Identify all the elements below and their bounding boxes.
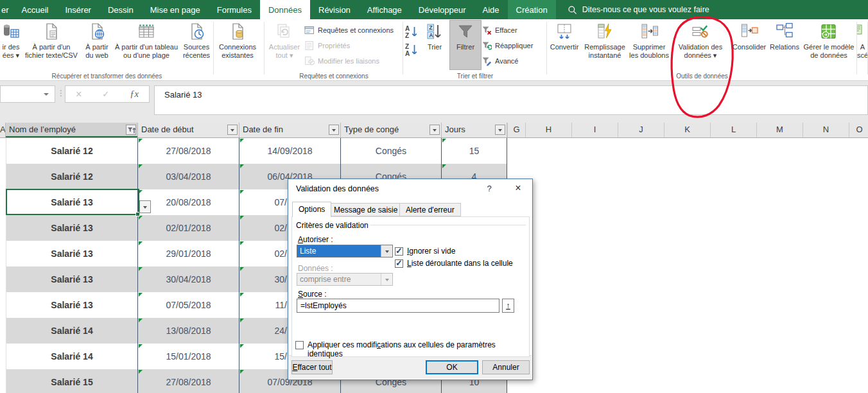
ribbon-button-what-if[interactable]: A scé [857, 20, 868, 70]
ribbon-button-edit-links[interactable]: Modifier les liaisons [304, 53, 399, 69]
cell-name[interactable]: Salarié 12 [6, 164, 138, 189]
ribbon-button-from-web[interactable]: À partir du web [81, 20, 113, 70]
insert-function-icon[interactable]: ƒx [130, 89, 139, 100]
ribbon-button-existing-connections[interactable]: Connexions existantes [214, 20, 261, 70]
cell-start[interactable]: 02/01/2018 [138, 215, 239, 241]
cell-name[interactable]: Salarié 15 [6, 369, 138, 393]
cell-name[interactable]: Salarié 13 [6, 266, 138, 292]
column-header-j[interactable]: J [618, 123, 664, 137]
cell-start[interactable]: 13/08/2018 [138, 318, 239, 344]
tab-alerte-derreur[interactable]: Alerte d'erreur [399, 203, 461, 216]
ribbon-button-relationships[interactable]: Relations [768, 20, 801, 70]
column-header-n[interactable]: N [803, 123, 849, 137]
cell-name[interactable]: Salarié 13 [6, 292, 138, 318]
ribbon-tab-er[interactable]: er [0, 0, 13, 19]
tab-message-de-saisie[interactable]: Message de saisie [327, 203, 404, 216]
ribbon-button-clear-filter[interactable]: Effacer [482, 22, 544, 38]
cell-start[interactable]: 20/08/2018 [138, 189, 239, 215]
allow-select[interactable]: Liste [297, 245, 393, 258]
ribbon-button-sort-dialog[interactable]: ZATrier [420, 20, 449, 70]
source-input[interactable]: =lstEmployés [297, 299, 499, 313]
name-box[interactable] [0, 85, 55, 103]
cell-validation-dropdown-button[interactable] [139, 200, 151, 213]
ribbon-button-data-validation[interactable]: Validation des données ▾ [670, 20, 731, 70]
column-header-g[interactable]: G [507, 123, 525, 137]
filter-dropdown-button[interactable] [227, 125, 238, 135]
cancel-icon[interactable]: × [76, 89, 82, 100]
table-header-nom-de-l-employ[interactable]: Nom de l’employé [6, 123, 138, 137]
cell-start[interactable]: 07/05/2018 [138, 292, 239, 318]
ribbon-button-consolidate[interactable]: Consolider [731, 20, 768, 70]
table-header-type-de-cong[interactable]: Type de congé [341, 123, 442, 137]
ribbon-button-remove-duplicates[interactable]: Supprimer les doublons [628, 20, 670, 70]
cell-start[interactable]: 03/04/2018 [138, 164, 239, 189]
ignore-blank-checkbox[interactable]: Ignorer si vide [395, 247, 455, 256]
collapse-dialog-button[interactable]: ↑ [502, 299, 514, 313]
checkbox-checked-icon[interactable] [395, 259, 403, 268]
cell-days[interactable]: 15 [442, 138, 507, 164]
cell-start[interactable]: 30/04/2018 [138, 266, 239, 292]
ribbon-button-get-data[interactable]: ir des ées ▾ [0, 20, 22, 70]
ribbon-tab-affichage[interactable]: Affichage [359, 0, 410, 19]
tell-me-search[interactable]: Dites-nous ce que vous voulez faire [568, 0, 709, 19]
clear-all-button[interactable]: Effacer tout [291, 360, 333, 374]
cell-start[interactable]: 29/01/2018 [138, 241, 239, 266]
cancel-button[interactable]: Annuler [482, 360, 530, 374]
ribbon-button-refresh-all[interactable]: Actualiser tout ▾ [265, 20, 304, 70]
cell-name[interactable]: Salarié 14 [6, 318, 138, 344]
column-header-k[interactable]: K [664, 123, 710, 137]
column-header-a[interactable]: A [0, 123, 6, 137]
allow-select-arrow[interactable] [381, 245, 392, 257]
ok-button[interactable]: OK [426, 360, 478, 374]
ribbon-button-from-table-range[interactable]: À partir d'un tableau ou d'une plage [113, 20, 180, 70]
ribbon-button-text-to-columns[interactable]: Convertir [547, 20, 582, 70]
cell-name[interactable]: Salarié 12 [6, 138, 138, 164]
ribbon-tab-mise-en-page[interactable]: Mise en page [142, 0, 209, 19]
ribbon-button-properties[interactable]: Propriétés [304, 38, 399, 53]
filter-dropdown-button[interactable] [495, 125, 505, 135]
ribbon-button-queries-connections[interactable]: Requêtes et connexions [304, 22, 399, 38]
column-header-h[interactable]: H [525, 123, 571, 137]
cell-start[interactable]: 27/08/2018 [138, 138, 239, 164]
ribbon-button-filter[interactable]: Filtrer [449, 20, 482, 70]
tab-options[interactable]: Options [292, 202, 331, 217]
cell-end[interactable]: 14/09/2018 [239, 138, 341, 164]
ribbon-tab-aide[interactable]: Aide [474, 0, 508, 19]
ribbon-button-reapply-filter[interactable]: Réappliquer [482, 38, 544, 53]
column-header-o[interactable]: O [849, 123, 868, 137]
cell-name[interactable]: Salarié 13 [6, 189, 138, 215]
ribbon-tab-d-veloppeur[interactable]: Développeur [410, 0, 474, 19]
ribbon-button-file-text-csv[interactable]: À partir d'un fichier texte/CSV [22, 20, 81, 70]
ribbon-button-advanced-filter[interactable]: Avancé [482, 53, 544, 69]
table-header-date-de-d-but[interactable]: Date de début [138, 123, 239, 137]
cell-name[interactable]: Salarié 13 [6, 241, 138, 266]
dialog-close-button[interactable]: × [508, 180, 528, 196]
checkbox-unchecked-icon[interactable] [295, 341, 304, 349]
ribbon-tab-r-vision[interactable]: Révision [310, 0, 359, 19]
ribbon-tab-dessin[interactable]: Dessin [100, 0, 142, 19]
ribbon-button-data-model[interactable]: Gérer le modèle de données [801, 20, 856, 70]
cell-name[interactable]: Salarié 14 [6, 344, 138, 369]
ribbon-tab-donn-es[interactable]: Données [260, 0, 310, 19]
cell-start[interactable]: 15/01/2018 [138, 344, 239, 369]
in-cell-dropdown-checkbox[interactable]: Liste déroulante dans la cellule [395, 259, 513, 268]
formula-input[interactable]: Salarié 13 [154, 85, 868, 115]
sorted-filter-button[interactable] [126, 125, 136, 135]
ribbon-tab-accueil[interactable]: Accueil [13, 0, 57, 19]
table-header-date-de-fin[interactable]: Date de fin [239, 123, 341, 137]
ribbon-tab-formules[interactable]: Formules [209, 0, 260, 19]
ribbon-button-flash-fill[interactable]: Remplissage instantané [582, 20, 628, 70]
apply-to-all-checkbox[interactable]: Appliquer ces modifications aux cellules… [295, 340, 526, 358]
ribbon-button-sort-desc[interactable]: ZA [404, 42, 419, 57]
table-header-jours[interactable]: Jours [442, 123, 507, 137]
cell-start[interactable]: 27/08/2018 [138, 369, 239, 393]
ribbon-button-recent-sources[interactable]: Sources récentes [180, 20, 213, 70]
ribbon-tab-cr-ation[interactable]: Création [508, 0, 556, 19]
checkbox-checked-icon[interactable] [395, 247, 403, 256]
filter-dropdown-button[interactable] [430, 125, 440, 135]
dialog-help-button[interactable]: ? [483, 184, 496, 193]
column-header-m[interactable]: M [756, 123, 803, 137]
ribbon-tab-ins-rer[interactable]: Insérer [56, 0, 99, 19]
cell-name[interactable]: Salarié 13 [6, 215, 138, 241]
cell-type[interactable]: Congés [341, 138, 442, 164]
